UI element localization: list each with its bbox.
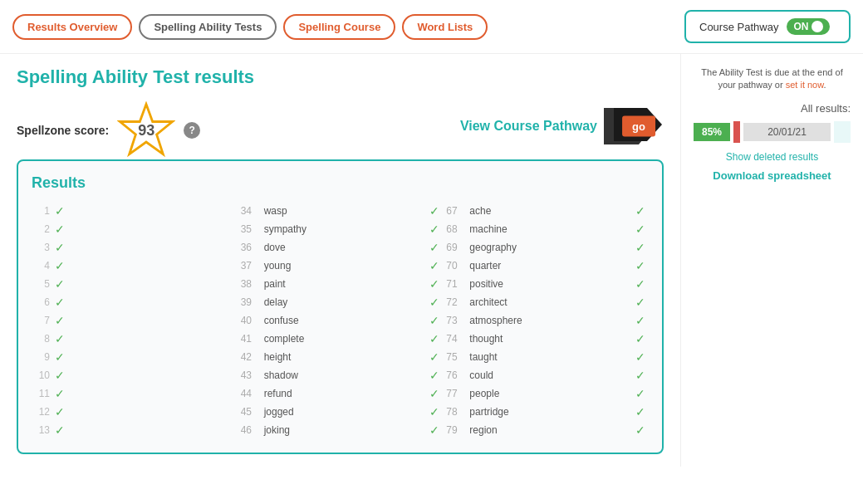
- score-label: Spellzone score:: [17, 124, 109, 137]
- view-course-pathway-link[interactable]: View Course Pathway: [460, 119, 597, 134]
- right-panel: The Ability Test is due at the end of yo…: [680, 54, 863, 467]
- score-pathway-row: Spellzone score: 93 ? View Course Pathwa…: [17, 101, 664, 159]
- spellzone-score-value: 93: [138, 122, 154, 139]
- go-button-group: go: [614, 106, 664, 145]
- ability-test-note: The Ability Test is due at the end of yo…: [694, 66, 851, 92]
- table-row: 42height✓: [238, 348, 444, 366]
- table-row: 70quarter✓: [443, 257, 649, 275]
- table-row: 46joking✓: [238, 421, 444, 439]
- table-row: 43shadow✓: [238, 366, 444, 384]
- table-row: 67ache✓: [443, 202, 649, 220]
- table-row: 13✓: [32, 421, 238, 439]
- table-row: 41complete✓: [238, 330, 444, 348]
- table-row: 6✓: [32, 293, 238, 311]
- table-row: 36dove✓: [238, 238, 444, 257]
- table-row: 35sympathy✓: [238, 220, 444, 238]
- result-col-1: 1✓ 2✓ 3✓ 4✓ 5✓ 6✓ 7✓ 8✓ 9✓ 10✓ 11✓ 12✓ 1…: [32, 202, 238, 439]
- table-row: 12✓: [32, 403, 238, 421]
- table-row: 34wasp✓: [238, 202, 444, 220]
- result-percentage: 85%: [694, 123, 730, 141]
- result-bar-red: [733, 121, 740, 143]
- course-pathway-toggle[interactable]: ON: [787, 18, 830, 35]
- table-row: 3✓: [32, 238, 238, 257]
- table-row: 2✓: [32, 220, 238, 238]
- table-row: 78partridge✓: [443, 403, 649, 421]
- table-row: 79region✓: [443, 421, 649, 439]
- score-section: Spellzone score: 93 ?: [17, 101, 200, 159]
- help-icon[interactable]: ?: [184, 122, 200, 139]
- tab-spelling-course[interactable]: Spelling Course: [283, 14, 395, 40]
- table-row: 74thought✓: [443, 330, 649, 348]
- go-button[interactable]: go: [622, 115, 655, 136]
- toggle-on-label: ON: [793, 21, 808, 32]
- table-row: 4✓: [32, 257, 238, 275]
- table-row: 8✓: [32, 330, 238, 348]
- results-grid: 1✓ 2✓ 3✓ 4✓ 5✓ 6✓ 7✓ 8✓ 9✓ 10✓ 11✓ 12✓ 1…: [32, 202, 649, 439]
- table-row: 71positive✓: [443, 275, 649, 293]
- table-row: 76could✓: [443, 366, 649, 384]
- result-col-2: 34wasp✓ 35sympathy✓ 36dove✓ 37young✓ 38p…: [238, 202, 444, 439]
- result-bar-light: [834, 121, 851, 143]
- table-row: 39delay✓: [238, 293, 444, 311]
- toggle-circle: [812, 21, 823, 32]
- table-row: 44refund✓: [238, 384, 444, 403]
- show-deleted-results-link[interactable]: Show deleted results: [694, 151, 851, 163]
- result-bar-row: 85% 20/01/21: [694, 121, 851, 143]
- result-col-3: 67ache✓ 68machine✓ 69geography✓ 70quarte…: [443, 202, 649, 439]
- tab-results-overview[interactable]: Results Overview: [12, 14, 132, 40]
- main-layout: Spelling Ability Test results Spellzone …: [0, 54, 863, 467]
- table-row: 45jogged✓: [238, 403, 444, 421]
- header-tabs: Results Overview Spelling Ability Tests …: [0, 0, 863, 54]
- result-date: 20/01/21: [743, 123, 831, 141]
- table-row: 40confuse✓: [238, 311, 444, 330]
- table-row: 73atmosphere✓: [443, 311, 649, 330]
- download-spreadsheet-link[interactable]: Download spreadsheet: [694, 169, 851, 182]
- tab-word-lists[interactable]: Word Lists: [402, 14, 488, 40]
- pathway-section: View Course Pathway go: [460, 101, 664, 145]
- table-row: 7✓: [32, 311, 238, 330]
- set-it-now-link[interactable]: set it now: [786, 80, 824, 90]
- table-row: 68machine✓: [443, 220, 649, 238]
- table-row: 9✓: [32, 348, 238, 366]
- table-row: 10✓: [32, 366, 238, 384]
- tab-spelling-ability-tests[interactable]: Spelling Ability Tests: [139, 14, 277, 40]
- results-title: Results: [32, 174, 649, 192]
- table-row: 37young✓: [238, 257, 444, 275]
- star-container: 93: [117, 101, 175, 159]
- all-results-label: All results:: [694, 102, 851, 115]
- page-title: Spelling Ability Test results: [17, 66, 664, 88]
- course-pathway-box: Course Pathway ON: [684, 10, 851, 43]
- table-row: 72architect✓: [443, 293, 649, 311]
- course-pathway-label: Course Pathway: [699, 21, 778, 33]
- table-row: 38paint✓: [238, 275, 444, 293]
- table-row: 11✓: [32, 384, 238, 403]
- results-card: Results 1✓ 2✓ 3✓ 4✓ 5✓ 6✓ 7✓ 8✓ 9✓ 10✓ 1…: [17, 159, 664, 454]
- table-row: 69geography✓: [443, 238, 649, 257]
- left-panel: Spelling Ability Test results Spellzone …: [0, 54, 680, 467]
- table-row: 77people✓: [443, 384, 649, 403]
- table-row: 5✓: [32, 275, 238, 293]
- table-row: 75taught✓: [443, 348, 649, 366]
- table-row: 1✓: [32, 202, 238, 220]
